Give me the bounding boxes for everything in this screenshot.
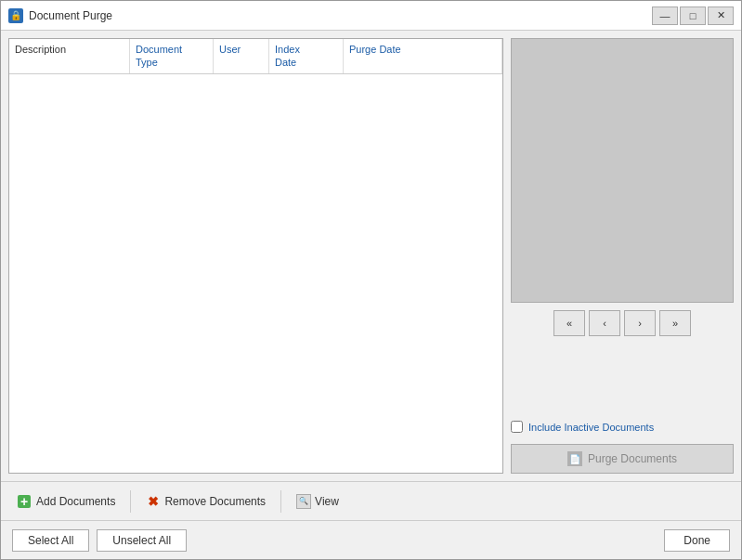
- prev-page-button[interactable]: ‹: [589, 310, 620, 336]
- document-table: Description DocumentType User IndexDate …: [8, 38, 503, 474]
- document-purge-window: 🔒 Document Purge — □ ✕ Description Docum…: [0, 0, 742, 560]
- next-page-button[interactable]: ›: [624, 310, 656, 336]
- view-label: View: [315, 495, 339, 508]
- purge-button-label: Purge Documents: [588, 452, 677, 465]
- select-all-button[interactable]: Select All: [12, 529, 89, 552]
- navigation-buttons: « ‹ › »: [511, 310, 734, 336]
- title-bar: 🔒 Document Purge — □ ✕: [1, 1, 741, 31]
- include-inactive-label[interactable]: Include Inactive Documents: [528, 422, 654, 433]
- col-indexdate: IndexDate: [269, 39, 344, 73]
- col-user: User: [214, 39, 269, 73]
- app-icon: 🔒: [8, 8, 23, 23]
- window-title: Document Purge: [29, 9, 652, 22]
- bottom-bar: Select All Unselect All Done: [1, 520, 741, 559]
- document-preview: [511, 38, 734, 303]
- right-panel: « ‹ › » Include Inactive Documents 📄 Pur…: [511, 38, 734, 474]
- view-icon: 🔍: [296, 494, 311, 509]
- col-purgedate: Purge Date: [344, 39, 502, 73]
- inactive-documents-row: Include Inactive Documents: [511, 417, 734, 436]
- purge-icon: 📄: [567, 451, 582, 466]
- toolbar: Add Documents ✖ Remove Documents 🔍 View: [1, 481, 741, 520]
- table-header: Description DocumentType User IndexDate …: [9, 39, 502, 74]
- toolbar-separator-2: [280, 490, 281, 513]
- add-documents-button[interactable]: Add Documents: [8, 489, 123, 514]
- add-icon: [16, 493, 33, 510]
- table-body: [9, 74, 502, 473]
- done-button[interactable]: Done: [664, 529, 730, 552]
- col-description: Description: [9, 39, 130, 73]
- content-area: Description DocumentType User IndexDate …: [1, 31, 741, 481]
- unselect-all-button[interactable]: Unselect All: [97, 529, 187, 552]
- purge-documents-button: 📄 Purge Documents: [511, 444, 734, 474]
- selection-buttons: Select All Unselect All: [12, 529, 187, 552]
- remove-icon: ✖: [146, 494, 161, 509]
- close-button[interactable]: ✕: [708, 7, 734, 25]
- include-inactive-checkbox[interactable]: [511, 421, 523, 433]
- window-controls: — □ ✕: [652, 7, 734, 25]
- view-button[interactable]: 🔍 View: [289, 490, 346, 513]
- minimize-button[interactable]: —: [652, 7, 678, 25]
- remove-documents-label: Remove Documents: [164, 495, 266, 508]
- remove-documents-button[interactable]: ✖ Remove Documents: [138, 490, 273, 513]
- last-page-button[interactable]: »: [659, 310, 691, 336]
- col-doctype: DocumentType: [130, 39, 214, 73]
- maximize-button[interactable]: □: [680, 7, 706, 25]
- toolbar-separator-1: [130, 490, 131, 513]
- add-documents-label: Add Documents: [36, 495, 115, 508]
- first-page-button[interactable]: «: [553, 310, 585, 336]
